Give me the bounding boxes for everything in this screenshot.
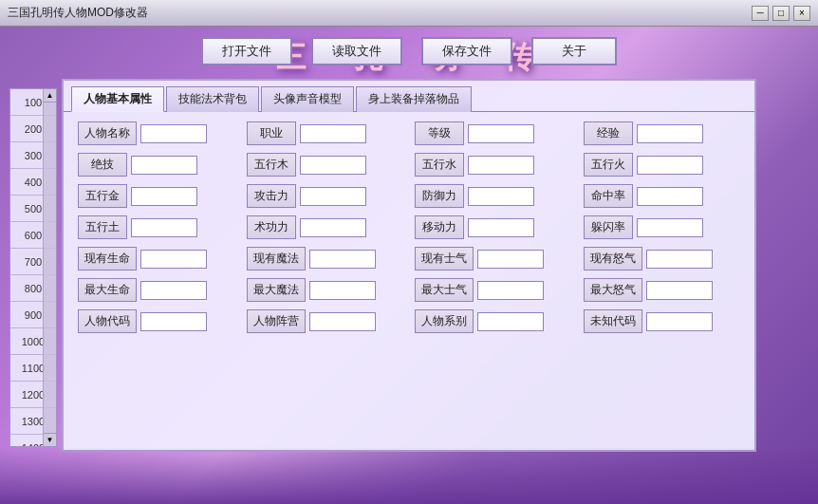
field-input-15[interactable] (637, 218, 703, 237)
field-group-2: 等级 (415, 121, 572, 145)
field-group-27: 未知代码 (584, 309, 741, 333)
field-input-6[interactable] (468, 156, 534, 175)
field-input-21[interactable] (309, 281, 376, 300)
field-label-23: 最大怒气 (584, 278, 642, 302)
field-group-1: 职业 (247, 121, 404, 145)
field-label-4: 绝技 (78, 153, 127, 177)
field-input-16[interactable] (140, 250, 207, 269)
field-input-18[interactable] (477, 250, 544, 269)
field-group-5: 五行木 (247, 153, 404, 177)
field-input-20[interactable] (140, 281, 207, 300)
field-input-23[interactable] (646, 281, 713, 300)
window-title: 三国孔明传人物MOD修改器 (8, 5, 148, 21)
field-label-11: 命中率 (584, 184, 633, 208)
field-group-4: 绝技 (78, 153, 235, 177)
minimize-button[interactable]: ─ (752, 6, 769, 21)
field-label-20: 最大生命 (78, 278, 137, 302)
field-group-26: 人物系别 (415, 309, 572, 333)
field-label-13: 术功力 (247, 215, 296, 239)
field-input-26[interactable] (477, 312, 544, 331)
field-input-13[interactable] (300, 218, 366, 237)
field-group-11: 命中率 (584, 184, 741, 208)
field-group-13: 术功力 (247, 215, 404, 239)
field-group-25: 人物阵营 (247, 309, 404, 333)
field-label-18: 现有士气 (415, 247, 474, 271)
scroll-bar: ▲ ▼ (43, 89, 56, 446)
tab-bar: 人物基本属性技能法术背包头像声音模型身上装备掉落物品 (64, 81, 754, 112)
field-group-7: 五行火 (584, 153, 741, 177)
maximize-button[interactable]: □ (772, 6, 790, 21)
field-group-14: 移动力 (415, 215, 572, 239)
field-input-25[interactable] (309, 312, 376, 331)
field-input-14[interactable] (468, 218, 534, 237)
field-input-8[interactable] (131, 187, 197, 206)
number-panel: 1002003004005006007008009001000110012001… (9, 88, 57, 447)
field-group-23: 最大怒气 (584, 278, 741, 302)
field-group-16: 现有生命 (78, 247, 235, 271)
content-area: 人物基本属性技能法术背包头像声音模型身上装备掉落物品 人物名称职业等级经验绝技五… (62, 79, 756, 452)
field-label-21: 最大魔法 (247, 278, 306, 302)
field-input-12[interactable] (131, 218, 197, 237)
field-label-5: 五行木 (247, 153, 296, 177)
field-group-6: 五行水 (415, 153, 572, 177)
field-input-5[interactable] (300, 156, 366, 175)
tab-portrait[interactable]: 头像声音模型 (261, 86, 354, 112)
tab-basic[interactable]: 人物基本属性 (71, 86, 164, 112)
field-label-17: 现有魔法 (247, 247, 306, 271)
open-file-button[interactable]: 打开文件 (201, 37, 292, 65)
save-file-button[interactable]: 保存文件 (421, 37, 512, 65)
border-bottom (0, 447, 818, 504)
read-file-button[interactable]: 读取文件 (311, 37, 402, 65)
field-input-11[interactable] (637, 187, 703, 206)
field-label-6: 五行水 (415, 153, 464, 177)
field-group-0: 人物名称 (78, 121, 235, 145)
field-input-24[interactable] (140, 312, 207, 331)
field-input-27[interactable] (646, 312, 713, 331)
field-group-24: 人物代码 (78, 309, 235, 333)
field-label-7: 五行火 (584, 153, 633, 177)
main-background: 三 孔 明 传 10020030040050060070080090010001… (0, 27, 818, 504)
scroll-down-button[interactable]: ▼ (44, 433, 57, 446)
field-input-1[interactable] (300, 124, 366, 143)
field-input-4[interactable] (131, 156, 197, 175)
close-button[interactable]: × (793, 6, 810, 21)
field-label-12: 五行土 (78, 215, 127, 239)
field-input-19[interactable] (646, 250, 713, 269)
field-input-2[interactable] (468, 124, 534, 143)
toolbar: 打开文件 读取文件 保存文件 关于 (66, 34, 752, 68)
field-input-0[interactable] (140, 124, 207, 143)
field-label-19: 现有怒气 (584, 247, 642, 271)
field-input-22[interactable] (477, 281, 544, 300)
field-group-20: 最大生命 (78, 278, 235, 302)
field-label-8: 五行金 (78, 184, 127, 208)
tab-equipment[interactable]: 身上装备掉落物品 (356, 86, 472, 112)
tab-skills[interactable]: 技能法术背包 (166, 86, 259, 112)
tab-content-basic: 人物名称职业等级经验绝技五行木五行水五行火五行金攻击力防御力命中率五行土术功力移… (64, 111, 754, 343)
field-group-3: 经验 (584, 121, 741, 145)
field-label-15: 躲闪率 (584, 215, 633, 239)
title-bar: 三国孔明传人物MOD修改器 ─ □ × (0, 0, 818, 27)
field-input-10[interactable] (468, 187, 534, 206)
field-group-10: 防御力 (415, 184, 572, 208)
field-label-0: 人物名称 (78, 121, 137, 145)
field-group-22: 最大士气 (415, 278, 572, 302)
field-group-8: 五行金 (78, 184, 235, 208)
scroll-up-button[interactable]: ▲ (44, 89, 57, 103)
field-label-24: 人物代码 (78, 309, 137, 333)
field-input-7[interactable] (637, 156, 703, 175)
field-label-25: 人物阵营 (247, 309, 306, 333)
field-label-2: 等级 (415, 121, 464, 145)
field-input-9[interactable] (300, 187, 366, 206)
field-group-21: 最大魔法 (247, 278, 404, 302)
field-input-3[interactable] (637, 124, 703, 143)
field-label-16: 现有生命 (78, 247, 137, 271)
field-group-12: 五行土 (78, 215, 235, 239)
about-button[interactable]: 关于 (531, 37, 617, 65)
field-input-17[interactable] (309, 250, 376, 269)
field-label-14: 移动力 (415, 215, 464, 239)
field-label-9: 攻击力 (247, 184, 296, 208)
field-group-19: 现有怒气 (584, 247, 741, 271)
field-label-1: 职业 (247, 121, 296, 145)
field-label-10: 防御力 (415, 184, 464, 208)
field-group-17: 现有魔法 (247, 247, 404, 271)
